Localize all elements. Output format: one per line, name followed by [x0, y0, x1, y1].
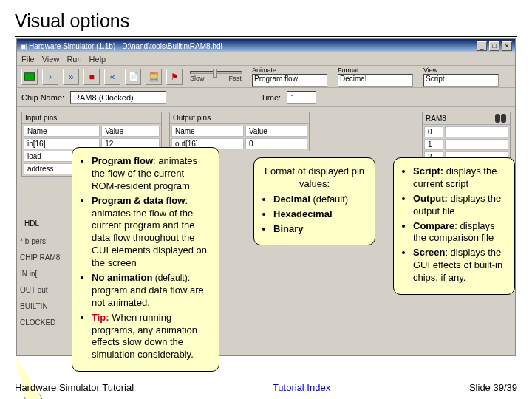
footer-right: Slide 39/39 — [469, 382, 517, 393]
output-pins-label: Output pins — [170, 112, 309, 124]
time-label: Time: — [261, 93, 281, 102]
list-item: Program flow: animates the flow of the c… — [92, 155, 210, 193]
menu-file[interactable]: File — [21, 55, 35, 64]
menu-run[interactable]: Run — [66, 55, 81, 64]
format-select[interactable]: Decimal — [338, 74, 413, 87]
eval-button[interactable]: 🧮 — [146, 69, 162, 85]
list-item: Program & data flow: animates the flow o… — [92, 195, 210, 270]
tick-button[interactable]: ⚑ — [166, 69, 183, 85]
list-item: Tip: When running programs, any animatio… — [92, 312, 210, 362]
input-pins-label: Input pins — [22, 112, 161, 124]
format-callout: Format of displayed pin values: Decimal … — [253, 157, 375, 245]
list-item: Hexadecimal — [273, 208, 366, 221]
maximize-button[interactable]: □ — [489, 41, 499, 51]
chip-row: Chip Name: RAM8 (Clocked) Time: 1 — [17, 88, 515, 107]
list-item: No animation (default): program and data… — [92, 272, 210, 310]
menu-help[interactable]: Help — [89, 55, 106, 64]
step-button[interactable]: › — [42, 69, 58, 85]
window-titlebar: ▣ Hardware Simulator (1.1b) - D:\nand\to… — [17, 39, 515, 52]
table-row: 1 — [424, 139, 508, 150]
menu-bar: File View Run Help — [17, 52, 515, 66]
chip-name-field[interactable]: RAM8 (Clocked) — [70, 91, 166, 104]
slide-title: Visual options — [15, 10, 517, 32]
view-label: View: — [423, 66, 499, 74]
col-name: Name — [24, 126, 100, 137]
output-pins-panel: Output pins NameValue out[16]0 — [169, 112, 310, 151]
title-rule — [15, 36, 517, 37]
animate-callout: Program flow: animates the flow of the c… — [72, 147, 219, 372]
speed-slider[interactable]: Slow Fast — [190, 71, 242, 82]
list-item: Binary — [273, 223, 366, 236]
load-chip-button[interactable] — [21, 69, 38, 85]
menu-view[interactable]: View — [42, 55, 60, 64]
hdl-text: * b-pers! CHIP RAM8 IN in[ OUT out BUILT… — [20, 233, 66, 330]
slide-footer: Hardware Simulator Tutorial Tutorial Ind… — [0, 382, 532, 393]
script-button[interactable]: 📄 — [125, 69, 141, 85]
format-callout-lead: Format of displayed pin values: — [263, 166, 366, 191]
speed-fast-label: Fast — [228, 75, 242, 82]
list-item: Script: displays the current script — [413, 166, 505, 191]
col-value: Value — [101, 126, 160, 137]
speed-slow-label: Slow — [190, 75, 205, 82]
close-button[interactable]: × — [502, 41, 512, 51]
format-label: Format: — [338, 66, 413, 74]
view-callout: Script: displays the current scriptOutpu… — [393, 157, 515, 295]
stop-button[interactable]: ■ — [83, 69, 100, 85]
list-item: Screen: displays the GUI effects of buil… — [413, 247, 505, 284]
list-item: Compare: displays the comparison file — [413, 220, 505, 245]
minimize-button[interactable]: _ — [477, 41, 487, 51]
view-select[interactable]: Script — [423, 74, 499, 87]
run-button[interactable]: » — [63, 69, 79, 85]
app-icon: ▣ — [20, 42, 27, 50]
animate-label: Animate: — [252, 66, 327, 74]
footer-left: Hardware Simulator Tutorial — [15, 382, 134, 393]
rewind-button[interactable]: « — [104, 69, 120, 85]
list-item: Output: displays the output file — [413, 193, 505, 218]
chip-name-label: Chip Name: — [21, 93, 64, 102]
footer-link[interactable]: Tutorial Index — [273, 382, 330, 393]
toolbar: › » ■ « 📄 🧮 ⚑ Slow Fast Animate: Program… — [17, 66, 515, 88]
window-title: Hardware Simulator (1.1b) - D:\nand\tool… — [29, 42, 222, 50]
find-icon[interactable] — [495, 114, 507, 123]
hdl-label: HDL — [21, 218, 66, 230]
time-field[interactable]: 1 — [287, 91, 316, 104]
list-item: Decimal (default) — [273, 194, 366, 206]
animate-select[interactable]: Program flow — [252, 74, 327, 87]
table-row: 0 — [424, 126, 508, 137]
ram-label: RAM8 — [426, 115, 446, 123]
